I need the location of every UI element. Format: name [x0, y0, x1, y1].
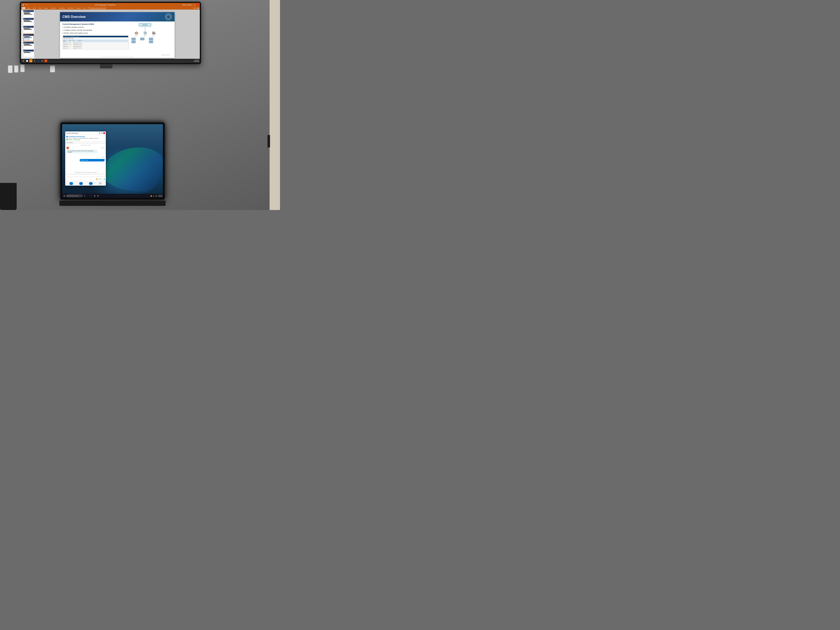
ppt-title: CMS Training.pptx - PowerPoint — [95, 4, 115, 6]
contact-title: DIRECTOR, COMMAND COMMUNICATIONS - WIREL… — [66, 138, 104, 139]
msg1-bubble: Can you remind me when we have the engin… — [66, 150, 98, 153]
ppt-main-area: CMS Overview ⚙ Central Management System… — [35, 9, 200, 60]
skype-last-msg-info: Last message received on 7/13/2018 at 3:… — [65, 171, 106, 174]
power-cable — [267, 135, 270, 147]
right-wall-panel — [270, 0, 280, 210]
taskbar-windows-icon[interactable]: ⊞ — [22, 59, 25, 62]
skype-toolbar: 📹 📞 📺 + — [65, 181, 106, 186]
share-button[interactable]: Share — [193, 8, 197, 9]
ppt-ribbon: File Home Insert Draw Design Transitions… — [21, 7, 200, 9]
more-options-btn[interactable]: + — [99, 182, 102, 185]
lt-chrome-icon[interactable]: ● — [87, 194, 89, 197]
tell-me-input[interactable]: 🔍 Tell me what you want to do — [87, 7, 106, 9]
slide-thumb-3[interactable]: Topic — [23, 18, 34, 25]
more-btn[interactable]: ⋯ — [102, 178, 104, 180]
lt-windows-icon[interactable]: ⊞ — [63, 194, 66, 197]
lt-edge-icon[interactable]: e — [90, 194, 93, 197]
chat-message-1: C 3:45 PM Can you remind me when we have… — [66, 147, 104, 153]
skype-message-input[interactable] — [66, 174, 105, 177]
tab-review[interactable]: Review — [76, 7, 81, 9]
skype-chat-window[interactable]: Christina Armstrong – □ ✕ Christina Arms… — [65, 131, 106, 186]
lt-mail-icon[interactable]: ✉ — [96, 194, 99, 197]
slide-body: Central Management System (CMS) Centrall… — [60, 22, 175, 57]
tab-transitions[interactable]: Transitions — [50, 7, 57, 9]
tab-view[interactable]: View — [82, 7, 86, 9]
tab-design[interactable]: Design — [43, 7, 49, 9]
lt-taskbar-right: 📶 🔊 🔋 3:46 PM 7/13/2018 — [150, 194, 162, 197]
trash-can — [0, 183, 17, 210]
skype-chat-area: Friday, July 13, 2018 C 3:45 PM Can you … — [65, 144, 106, 171]
slide-footer: 5 | ScreenBeam Corporate Overview | 2018… — [60, 56, 175, 57]
slide-icon: ⚙ — [165, 13, 172, 21]
chat-message-2: 3:46 PM 2:00pm on lab — [66, 155, 104, 161]
taskbar-chrome-icon[interactable]: ● — [33, 59, 36, 62]
maximize-icon[interactable]: □ — [195, 4, 196, 6]
minimize-btn[interactable]: – — [99, 132, 100, 134]
audio-call-btn[interactable]: 📞 — [79, 182, 83, 185]
slide-thumb-5[interactable]: CMS Overview — [23, 34, 34, 41]
laptop-base — [59, 201, 166, 206]
tv-monitor: 💾 ↶ ↷ CMS Training.pptx - PowerPoint Par… — [20, 2, 201, 64]
lt-battery-icon: 🔋 — [155, 195, 157, 197]
contact-name: Christina Armstrong — [68, 136, 85, 137]
taskbar-settings-icon[interactable]: ⚙ — [41, 59, 44, 62]
tab-file[interactable]: File — [22, 7, 25, 9]
laptop-screen: Christina Armstrong – □ ✕ Christina Arms… — [62, 124, 163, 198]
laptop-bezel: Christina Armstrong – □ ✕ Christina Arms… — [60, 123, 164, 200]
attachment-btn[interactable]: 📎 — [98, 178, 100, 180]
comments-icon[interactable]: 💬 — [197, 8, 199, 9]
lt-time-display: 3:46 PM 7/13/2018 — [158, 194, 162, 197]
slide-thumb-4[interactable]: Overview — [23, 26, 34, 33]
skype-icon — [66, 136, 68, 137]
tab-insert[interactable]: Insert — [32, 7, 37, 9]
ppt-user: Parker Dunbar — [182, 4, 192, 6]
ppt-titlebar: 💾 ↶ ↷ CMS Training.pptx - PowerPoint Par… — [21, 3, 200, 7]
msg2-time: 3:46 PM — [101, 156, 104, 158]
ppt-body: 2 Agenda — [21, 9, 200, 60]
msg2-bubble: 2:00pm on lab — [80, 159, 104, 161]
tab-slideshow[interactable]: Slide Show — [67, 7, 74, 9]
chat-date: Friday, July 13, 2018 — [66, 145, 104, 146]
skype-contact-header: Christina Armstrong DIRECTOR, COMMAND CO… — [65, 135, 106, 142]
skype-window-title: Christina Armstrong — [66, 133, 78, 134]
switch-plate-2 — [14, 65, 18, 73]
tv-time: 3:46 PM 7/13/2018 — [193, 60, 199, 62]
lt-search-bar[interactable]: 🔍 Type here to search — [66, 194, 83, 197]
ppt-titlebar-right: Parker Dunbar — □ ✕ — [182, 4, 199, 6]
slide-subtitle: Central Management System (CMS) — [63, 23, 129, 25]
send-btn[interactable]: ▶ — [104, 178, 105, 180]
maximize-btn[interactable]: □ — [101, 132, 103, 134]
tab-home[interactable]: Home — [27, 7, 31, 9]
switch-plate-1 — [8, 65, 13, 73]
slide-right-content: ScreenBeamCMS Software 🏫 🏢 🏬 — [130, 23, 172, 55]
taskbar-edge-icon[interactable]: e — [37, 59, 40, 62]
tv-mount — [100, 64, 112, 68]
slide-thumb-6[interactable]: Details — [23, 42, 34, 49]
tv-taskbar: ⊞ ⬤ 🦊 ● e ⚙ P 3:46 PM 7/13/2018 — [21, 59, 200, 63]
emoji-btn[interactable]: 😊 — [96, 178, 98, 180]
taskbar-firefox-icon[interactable]: 🦊 — [29, 59, 32, 62]
lt-taskview-icon[interactable]: ⧉ — [83, 194, 86, 197]
lt-volume-icon: 🔊 — [153, 195, 155, 197]
close-icon[interactable]: ✕ — [196, 4, 199, 6]
slide-left-content: Central Management System (CMS) Centrall… — [63, 23, 129, 55]
slide-bullet-3: Monitor status and support users — [63, 32, 129, 34]
close-btn[interactable]: ✕ — [103, 132, 105, 134]
taskbar-search-icon[interactable]: ⬤ — [25, 59, 28, 62]
ppt-slide-panel: 2 Agenda — [21, 9, 35, 60]
contact-avatar: C — [66, 147, 69, 149]
tab-animations[interactable]: Animations — [58, 7, 66, 9]
tv-bezel: 💾 ↶ ↷ CMS Training.pptx - PowerPoint Par… — [20, 2, 201, 64]
minimize-icon[interactable]: — — [193, 4, 194, 6]
tab-draw[interactable]: Draw — [38, 7, 42, 9]
lt-settings-icon[interactable]: ⚙ — [93, 194, 96, 197]
skype-action-btns: 😊 📎 ✏ ⋯ ▶ — [65, 177, 106, 181]
video-call-btn[interactable]: 📹 — [69, 182, 73, 185]
screen-share-btn[interactable]: 📺 — [89, 182, 93, 185]
edit-btn[interactable]: ✏ — [100, 178, 102, 180]
contact-status: Available - Video Capable — [66, 139, 104, 141]
slide-thumb-2[interactable]: Agenda — [23, 10, 34, 17]
taskbar-powerpoint-icon[interactable]: P — [44, 59, 47, 62]
slide-thumb-7[interactable]: Setup — [23, 50, 34, 57]
slide-bullet-1: Centrally manage receivers — [63, 26, 129, 28]
